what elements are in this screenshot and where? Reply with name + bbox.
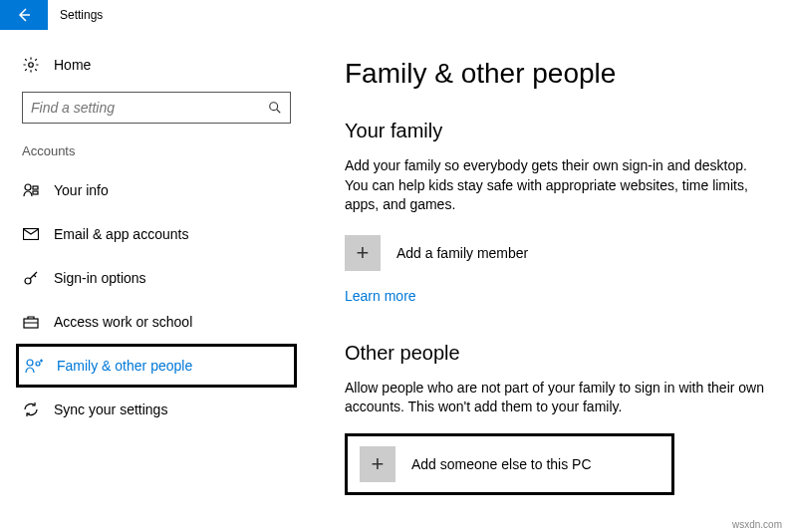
section-label: Accounts bbox=[22, 143, 291, 158]
search-icon bbox=[268, 101, 282, 115]
learn-more-link[interactable]: Learn more bbox=[345, 288, 416, 304]
svg-point-9 bbox=[27, 360, 33, 366]
window-title: Settings bbox=[60, 8, 103, 22]
nav-label: Family & other people bbox=[57, 358, 192, 374]
add-someone-button[interactable]: + Add someone else to this PC bbox=[345, 433, 674, 495]
titlebar: Settings bbox=[0, 0, 786, 30]
svg-rect-5 bbox=[33, 191, 38, 194]
home-label: Home bbox=[54, 57, 91, 73]
svg-point-3 bbox=[25, 184, 31, 190]
add-family-label: Add a family member bbox=[396, 245, 528, 261]
page-title: Family & other people bbox=[345, 58, 766, 90]
nav-label: Sign-in options bbox=[54, 270, 146, 286]
plus-icon: + bbox=[345, 235, 381, 271]
plus-icon: + bbox=[360, 446, 395, 482]
sidebar-item-family[interactable]: Family & other people bbox=[16, 344, 297, 388]
arrow-left-icon bbox=[16, 7, 32, 23]
briefcase-icon bbox=[22, 315, 40, 329]
nav-label: Access work or school bbox=[54, 314, 192, 330]
back-button[interactable] bbox=[0, 0, 48, 30]
other-heading: Other people bbox=[345, 342, 766, 365]
add-someone-label: Add someone else to this PC bbox=[411, 456, 592, 472]
sidebar-item-email[interactable]: Email & app accounts bbox=[16, 212, 297, 256]
nav-label: Sync your settings bbox=[54, 401, 167, 417]
home-button[interactable]: Home bbox=[16, 46, 297, 86]
sidebar-item-your-info[interactable]: Your info bbox=[16, 168, 297, 212]
svg-line-2 bbox=[277, 110, 281, 114]
svg-point-1 bbox=[270, 103, 278, 111]
credit-text: wsxdn.com bbox=[732, 519, 782, 530]
people-icon bbox=[25, 358, 43, 374]
nav-label: Your info bbox=[54, 182, 109, 198]
nav-label: Email & app accounts bbox=[54, 226, 188, 242]
sidebar-item-signin[interactable]: Sign-in options bbox=[16, 256, 297, 300]
svg-point-0 bbox=[29, 63, 34, 68]
family-heading: Your family bbox=[345, 120, 766, 142]
sidebar-item-sync[interactable]: Sync your settings bbox=[16, 388, 297, 431]
person-icon bbox=[22, 182, 40, 198]
left-panel: Home Accounts Your info Email & app acco… bbox=[0, 30, 309, 495]
svg-point-10 bbox=[36, 362, 40, 366]
svg-rect-4 bbox=[33, 186, 38, 189]
search-input[interactable] bbox=[22, 92, 291, 124]
gear-icon bbox=[22, 56, 40, 74]
other-desc: Allow people who are not part of your fa… bbox=[345, 379, 766, 417]
add-family-member-button[interactable]: + Add a family member bbox=[345, 235, 766, 271]
sidebar-item-work[interactable]: Access work or school bbox=[16, 300, 297, 344]
family-desc: Add your family so everybody gets their … bbox=[345, 156, 766, 215]
content-area: Home Accounts Your info Email & app acco… bbox=[0, 30, 786, 495]
sync-icon bbox=[22, 401, 40, 417]
right-panel: Family & other people Your family Add yo… bbox=[309, 30, 786, 495]
mail-icon bbox=[22, 228, 40, 240]
search-field[interactable] bbox=[31, 100, 268, 116]
key-icon bbox=[22, 270, 40, 286]
